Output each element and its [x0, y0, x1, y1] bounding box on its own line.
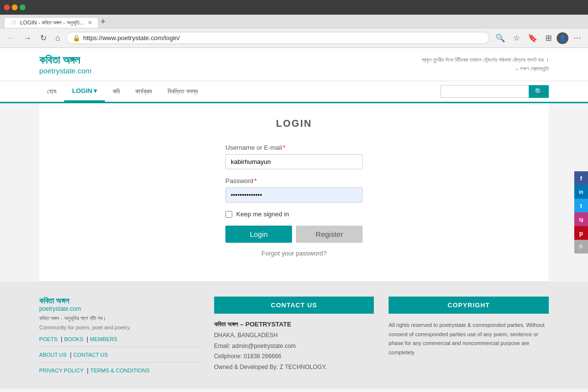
forgot-password: Forgot your password?	[225, 250, 363, 257]
search-button[interactable]: 🔍	[529, 85, 549, 98]
social-sidebar: f in t ig p ©	[574, 171, 588, 254]
logo-bangla[interactable]: কবিতা অঙ্গল	[39, 54, 92, 67]
quote-author: – লক্ষণ প্রেমাস্তুতি	[515, 66, 549, 71]
twitter-button[interactable]: t	[574, 199, 588, 212]
tab-favicon: 📄	[10, 20, 16, 25]
footer-links-2: ABOUT US | CONTACT US	[39, 351, 199, 358]
contact-phone: Cellphone: 01838 266666	[214, 351, 374, 362]
contact-developed: Owned & Developed By: Z TECHNOLOGY.	[214, 362, 374, 373]
window-controls[interactable]	[4, 4, 25, 10]
maximize-window-button[interactable]	[20, 4, 25, 10]
reload-button[interactable]: ↻	[37, 31, 49, 45]
pinterest-button[interactable]: p	[574, 226, 588, 240]
nav-items: হোম LOGIN ▾ কবি কার্যক্রম নিবন্ধিত সদস্য	[39, 81, 206, 102]
back-button[interactable]: ←	[4, 32, 18, 45]
footer-col-contact: CONTACT US কবিতা অঙ্গল – POETRYSTATE DHA…	[214, 297, 374, 374]
header-quote: প্রকৃত সুন্দরীর দিকে বিটীয়বার তাকালে সৌ…	[421, 56, 549, 73]
footer-separator-2	[39, 362, 199, 363]
footer-separator-1	[39, 346, 199, 347]
password-input[interactable]	[225, 187, 363, 203]
home-button[interactable]: ⌂	[52, 32, 63, 45]
footer-poets-link[interactable]: POETS	[39, 336, 57, 342]
footer-logo-bn: কবিতা অঙ্গল	[39, 297, 199, 305]
site-navigation: হোম LOGIN ▾ কবি কার্যক্রম নিবন্ধিত সদস্য…	[0, 81, 588, 103]
contact-location: DHAKA, BANGLADESH	[214, 330, 374, 341]
linkedin-button[interactable]: in	[574, 185, 588, 199]
contact-us-title: CONTACT US	[214, 297, 374, 314]
copyright-title: COPYRIGHT	[389, 297, 549, 314]
bookmark-search-button[interactable]: 🔍	[492, 31, 508, 45]
search-input[interactable]	[441, 85, 529, 98]
nav-members[interactable]: নিবন্ধিত সদস্য	[160, 82, 206, 101]
footer-col-copyright: COPYRIGHT All rights reserved to poetrys…	[389, 297, 549, 374]
minimize-window-button[interactable]	[12, 4, 18, 10]
logo-area: কবিতা অঙ্গল poetrystate.com	[39, 54, 92, 75]
forward-button[interactable]: →	[21, 32, 34, 45]
quote-text: প্রকৃত সুন্দরীর দিকে বিটীয়বার তাকালে সৌ…	[421, 57, 549, 63]
password-required: *	[254, 177, 257, 184]
footer-tagline-en: Community for poem, poet and poetry.	[39, 324, 199, 330]
footer-privacy-link[interactable]: PRIVACY POLICY	[39, 368, 84, 373]
contact-org-name: কবিতা অঙ্গল – POETRYSTATE	[214, 321, 374, 328]
nav-search: 🔍	[441, 85, 549, 98]
toolbar-icons: 🔍 ☆ 🔖 ⊞ 👤 ⋯	[492, 31, 584, 45]
footer-col-about: কবিতা অঙ্গল poetrystate.com কবিতা অঙ্গল …	[39, 297, 199, 374]
password-group: Password*	[225, 177, 363, 203]
logo-english[interactable]: poetrystate.com	[39, 67, 92, 75]
register-button[interactable]: Register	[296, 226, 363, 243]
new-tab-button[interactable]: +	[100, 17, 106, 28]
username-group: Username or E-mail*	[225, 144, 363, 169]
keep-signed-label: Keep me signed in	[236, 210, 289, 218]
bookmark-star-button[interactable]: ☆	[510, 31, 523, 45]
profile-button[interactable]: 👤	[557, 32, 568, 44]
menu-button[interactable]: ⋯	[570, 31, 584, 45]
login-button[interactable]: Login	[225, 226, 292, 243]
footer-links-3: PRIVACY POLICY | TERMS & CONDITIONS	[39, 367, 199, 374]
copyright-text: All rights reserved to poetrystate & cor…	[389, 321, 549, 357]
contact-email: Email: admin@poetrystate.com	[214, 341, 374, 352]
footer-contact-link[interactable]: CONTACT US	[74, 352, 108, 358]
nav-login[interactable]: LOGIN ▾	[64, 81, 105, 102]
username-label: Username or E-mail*	[225, 144, 363, 151]
tab-title: LOGIN - কবিতা অঙ্গল - অনুভূতি...	[20, 20, 84, 26]
site-header: কবিতা অঙ্গল poetrystate.com প্রকৃত সুন্দ…	[0, 48, 588, 81]
website-content: কবিতা অঙ্গল poetrystate.com প্রকৃত সুন্দ…	[0, 48, 588, 392]
browser-chrome	[0, 0, 588, 15]
browser-toolbar: ← → ↻ ⌂ 🔒 🔍 ☆ 🔖 ⊞ 👤 ⋯	[0, 28, 588, 48]
footer-tagline-bn: কবিতা অঙ্গল - অনুভূতির পাশে হাঁটা পথ।	[39, 315, 199, 322]
nav-poet[interactable]: কবি	[105, 82, 127, 101]
username-input[interactable]	[225, 154, 363, 169]
login-form: Username or E-mail* Password* Keep me si…	[225, 144, 363, 257]
tab-close-button[interactable]: ✕	[88, 20, 92, 26]
keep-signed-row: Keep me signed in	[225, 210, 363, 218]
dropdown-chevron-icon: ▾	[94, 87, 97, 94]
nav-home[interactable]: হোম	[39, 82, 64, 101]
forgot-password-link[interactable]: Forgot your password?	[262, 250, 327, 257]
main-content: LOGIN Username or E-mail* Password* Keep…	[39, 103, 549, 281]
instagram-button[interactable]: ig	[574, 212, 588, 226]
footer-books-link[interactable]: BOOKS	[64, 336, 83, 342]
footer-members-link[interactable]: MEMBERS	[90, 336, 118, 342]
nav-activity[interactable]: কার্যক্রম	[127, 82, 160, 101]
keep-signed-checkbox[interactable]	[225, 211, 232, 218]
tab-bar: 📄 LOGIN - কবিতা অঙ্গল - অনুভূতি... ✕ +	[0, 15, 588, 28]
footer-about-link[interactable]: ABOUT US	[39, 352, 67, 358]
button-row: Login Register	[225, 226, 363, 243]
copy-button[interactable]: ©	[574, 240, 588, 254]
footer-logo-en: poetrystate.com	[39, 305, 199, 312]
password-label: Password*	[225, 177, 363, 184]
username-required: *	[283, 144, 286, 151]
address-bar[interactable]	[83, 34, 483, 42]
browser-tab[interactable]: 📄 LOGIN - কবিতা অঙ্গল - অনুভূতি... ✕	[4, 17, 98, 28]
address-bar-wrap[interactable]: 🔒	[66, 32, 490, 44]
extensions-button[interactable]: ⊞	[542, 31, 555, 45]
footer-terms-link[interactable]: TERMS & CONDITIONS	[90, 368, 149, 373]
footer-links-1: POETS | BOOKS | MEMBERS	[39, 335, 199, 343]
bookmark-add-button[interactable]: 🔖	[525, 31, 540, 45]
site-footer: কবিতা অঙ্গল poetrystate.com কবিতা অঙ্গল …	[0, 282, 588, 389]
facebook-button[interactable]: f	[574, 171, 588, 185]
close-window-button[interactable]	[4, 4, 10, 10]
login-title: LOGIN	[49, 118, 539, 129]
lock-icon: 🔒	[73, 34, 80, 42]
